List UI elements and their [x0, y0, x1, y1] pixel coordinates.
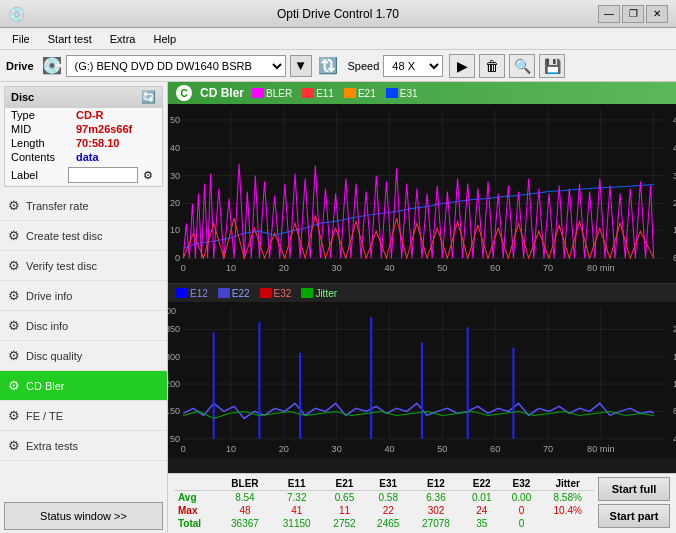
stats-max-e21: 11: [323, 504, 367, 517]
stats-header-empty: [174, 477, 219, 491]
stats-total-e21: 2752: [323, 517, 367, 530]
drive-label: Drive: [6, 60, 34, 72]
drive-selector[interactable]: (G:) BENQ DVD DD DW1640 BSRB: [66, 55, 286, 77]
erase-button[interactable]: 🗑: [479, 54, 505, 78]
chart-bottom-svg: 50 150 200 300 350 400 0 10 20 30 40: [168, 302, 676, 459]
stats-header-e32: E32: [502, 477, 542, 491]
svg-text:50: 50: [437, 444, 447, 454]
disc-label-key: Label: [11, 169, 68, 181]
sidebar-item-disc-info[interactable]: ⚙ Disc info: [0, 311, 167, 341]
close-button[interactable]: ✕: [646, 5, 668, 23]
stats-total-jitter: [541, 517, 594, 530]
svg-text:350: 350: [168, 324, 180, 334]
disc-length-row: Length 70:58.10: [5, 136, 162, 150]
stats-header-bler: BLER: [219, 477, 271, 491]
svg-text:10: 10: [226, 263, 236, 273]
svg-text:40: 40: [170, 143, 180, 153]
chart-top: 0 10 20 30 40 50 0 10 20 30 40 50: [168, 104, 676, 284]
stats-total-e11: 31150: [271, 517, 323, 530]
sidebar-item-extra-tests[interactable]: ⚙ Extra tests: [0, 431, 167, 461]
stats-avg-jitter: 8.58%: [541, 491, 594, 505]
stats-max-e12: 302: [410, 504, 462, 517]
svg-text:0: 0: [181, 444, 186, 454]
speed-selector[interactable]: 48 X: [383, 55, 443, 77]
stats-avg-e12: 6.36: [410, 491, 462, 505]
svg-text:50: 50: [170, 115, 180, 125]
start-part-button[interactable]: Start part: [598, 504, 670, 528]
drive-info-label: Drive info: [26, 290, 72, 302]
menu-help[interactable]: Help: [145, 31, 184, 47]
content-area: C CD Bler BLER E11 E21 E31: [168, 82, 676, 533]
disc-mid-key: MID: [11, 123, 76, 135]
menu-extra[interactable]: Extra: [102, 31, 144, 47]
disc-info-icon: ⚙: [8, 318, 20, 333]
save-button[interactable]: 💾: [539, 54, 565, 78]
svg-text:300: 300: [168, 352, 180, 362]
label-edit-button[interactable]: ⚙: [140, 166, 156, 184]
sidebar-item-cd-bler[interactable]: ⚙ CD Bler: [0, 371, 167, 401]
stats-header-jitter: Jitter: [541, 477, 594, 491]
svg-text:50: 50: [437, 263, 447, 273]
disc-refresh-button[interactable]: 🔄: [140, 89, 156, 105]
disc-type-key: Type: [11, 109, 76, 121]
disc-mid-row: MID 97m26s66f: [5, 122, 162, 136]
stats-row-total: Total 36367 31150 2752 2465 27078 35 0: [174, 517, 594, 530]
chart-cd-icon: C: [176, 85, 192, 101]
test-button[interactable]: 🔍: [509, 54, 535, 78]
stats-header-e11: E11: [271, 477, 323, 491]
legend-jitter: Jitter: [301, 288, 337, 299]
menu-bar: File Start test Extra Help: [0, 28, 676, 50]
legend-e22: E22: [218, 288, 250, 299]
speed-label: Speed: [348, 60, 380, 72]
svg-text:80 min: 80 min: [587, 263, 614, 273]
svg-text:40: 40: [384, 444, 394, 454]
go-button[interactable]: ▶: [449, 54, 475, 78]
create-test-disc-label: Create test disc: [26, 230, 102, 242]
svg-text:20: 20: [279, 263, 289, 273]
drive-arrow-button[interactable]: ▼: [290, 55, 312, 77]
svg-text:30: 30: [170, 171, 180, 181]
stats-max-jitter: 10.4%: [541, 504, 594, 517]
chart-title: CD Bler: [200, 86, 244, 100]
stats-avg-e22: 0.01: [462, 491, 502, 505]
stats-buttons: Start full Start part: [598, 477, 670, 528]
sidebar-item-fe-te[interactable]: ⚙ FE / TE: [0, 401, 167, 431]
sidebar: Disc 🔄 Type CD-R MID 97m26s66f Length 70…: [0, 82, 168, 533]
menu-start-test[interactable]: Start test: [40, 31, 100, 47]
drive-change-icon: 🔃: [318, 56, 338, 75]
minimize-button[interactable]: —: [598, 5, 620, 23]
disc-contents-row: Contents data: [5, 150, 162, 164]
menu-file[interactable]: File: [4, 31, 38, 47]
stats-total-e12: 27078: [410, 517, 462, 530]
sidebar-item-transfer-rate[interactable]: ⚙ Transfer rate: [0, 191, 167, 221]
start-full-button[interactable]: Start full: [598, 477, 670, 501]
drive-icon: 💽: [42, 56, 62, 75]
cd-bler-icon: ⚙: [8, 378, 20, 393]
disc-header-text: Disc: [11, 91, 34, 103]
svg-text:0: 0: [181, 263, 186, 273]
disc-label-input[interactable]: [68, 167, 138, 183]
fe-te-icon: ⚙: [8, 408, 20, 423]
legend-e21: E21: [344, 88, 376, 99]
stats-max-bler: 48: [219, 504, 271, 517]
nav-items: ⚙ Transfer rate ⚙ Create test disc ⚙ Ver…: [0, 191, 167, 499]
chart-top-legend: BLER E11 E21 E31: [252, 88, 418, 99]
verify-test-disc-icon: ⚙: [8, 258, 20, 273]
disc-label-row: Label ⚙: [5, 164, 162, 186]
sidebar-item-drive-info[interactable]: ⚙ Drive info: [0, 281, 167, 311]
stats-header-e31: E31: [366, 477, 410, 491]
status-window-button[interactable]: Status window >>: [4, 502, 163, 530]
sidebar-item-disc-quality[interactable]: ⚙ Disc quality: [0, 341, 167, 371]
restore-button[interactable]: ❐: [622, 5, 644, 23]
stats-avg-e32: 0.00: [502, 491, 542, 505]
svg-text:200: 200: [168, 379, 180, 389]
stats-total-e31: 2465: [366, 517, 410, 530]
sidebar-item-verify-test-disc[interactable]: ⚙ Verify test disc: [0, 251, 167, 281]
disc-header: Disc 🔄: [5, 87, 162, 108]
stats-avg-e21: 0.65: [323, 491, 367, 505]
disc-panel: Disc 🔄 Type CD-R MID 97m26s66f Length 70…: [4, 86, 163, 187]
transfer-rate-label: Transfer rate: [26, 200, 89, 212]
stats-table: BLER E11 E21 E31 E12 E22 E32 Jitter Avg …: [174, 477, 594, 530]
svg-text:60: 60: [490, 444, 500, 454]
sidebar-item-create-test-disc[interactable]: ⚙ Create test disc: [0, 221, 167, 251]
